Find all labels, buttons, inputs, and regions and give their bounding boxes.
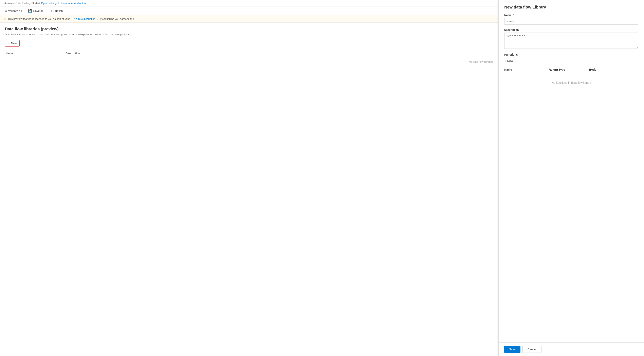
dialog-footer: Save Cancel xyxy=(498,342,644,356)
functions-table-header: Name Return Type Body xyxy=(504,66,638,73)
name-label: Name * xyxy=(504,14,638,17)
name-input[interactable] xyxy=(504,18,638,25)
top-banner: s to Azure Data Factory Studio? Open set… xyxy=(0,0,498,7)
validate-all-button[interactable]: ≋ Validate all xyxy=(3,8,23,14)
page-description: Data flow libraries contain custom funct… xyxy=(5,33,146,36)
functions-empty-state: No functions in data flow library xyxy=(504,73,638,92)
validate-label: Validate all xyxy=(8,9,22,13)
add-function-label: New xyxy=(507,59,513,63)
col-desc-header: Description xyxy=(66,52,493,55)
validate-icon: ≋ xyxy=(4,9,7,13)
warning-text-suffix: . By continuing you agree to the xyxy=(97,18,134,21)
new-button-label: New xyxy=(11,42,16,45)
warning-icon: ⚠ xyxy=(3,17,6,21)
plus-icon: + xyxy=(8,42,10,45)
left-panel: s to Azure Data Factory Studio? Open set… xyxy=(0,0,498,356)
publish-label: Publish xyxy=(54,9,63,13)
toolbar: ≋ Validate all 💾 Save all ⇧ Publish xyxy=(0,7,498,15)
publish-button[interactable]: ⇧ Publish xyxy=(48,8,64,14)
save-label: Save all xyxy=(33,9,43,13)
save-button[interactable]: Save xyxy=(504,346,520,353)
table-header: Name Description xyxy=(5,51,493,56)
dialog-title: New data flow Library xyxy=(504,5,638,10)
fn-col-body-header: Body xyxy=(589,68,638,71)
new-library-button[interactable]: + New xyxy=(5,40,20,47)
functions-label: Functions xyxy=(504,53,638,56)
page-title: Data flow libraries (preview) xyxy=(5,27,493,31)
empty-state: No data flow libraries xyxy=(5,56,493,67)
description-label: Description xyxy=(504,28,638,31)
save-icon: 💾 xyxy=(28,9,32,13)
warning-banner: ⚠ This preview feature is licensed to yo… xyxy=(0,15,498,23)
banner-link[interactable]: Open settings to learn more and opt in xyxy=(41,2,86,5)
functions-section: Functions + New Name Return Type Body No… xyxy=(504,53,638,92)
dialog-panel: New data flow Library Name * Description… xyxy=(498,0,644,356)
add-function-button[interactable]: + New xyxy=(504,58,513,64)
subscription-link[interactable]: Azure subscription xyxy=(74,18,96,21)
name-form-group: Name * xyxy=(504,14,638,25)
warning-text: This preview feature is licensed to you … xyxy=(8,18,70,21)
main-content: Data flow libraries (preview) Data flow … xyxy=(0,23,498,356)
description-textarea[interactable] xyxy=(504,33,638,49)
fn-col-return-header: Return Type xyxy=(549,68,589,71)
cancel-button[interactable]: Cancel xyxy=(522,346,542,353)
col-name-header: Name xyxy=(5,52,66,55)
dialog-content: New data flow Library Name * Description… xyxy=(498,0,644,342)
save-all-button[interactable]: 💾 Save all xyxy=(27,8,44,14)
description-form-group: Description xyxy=(504,28,638,49)
required-asterisk: * xyxy=(513,14,514,17)
add-function-plus-icon: + xyxy=(504,59,506,63)
fn-col-name-header: Name xyxy=(504,68,549,71)
publish-icon: ⇧ xyxy=(50,9,52,13)
banner-text-prefix: s to Azure Data Factory Studio? xyxy=(3,2,40,5)
